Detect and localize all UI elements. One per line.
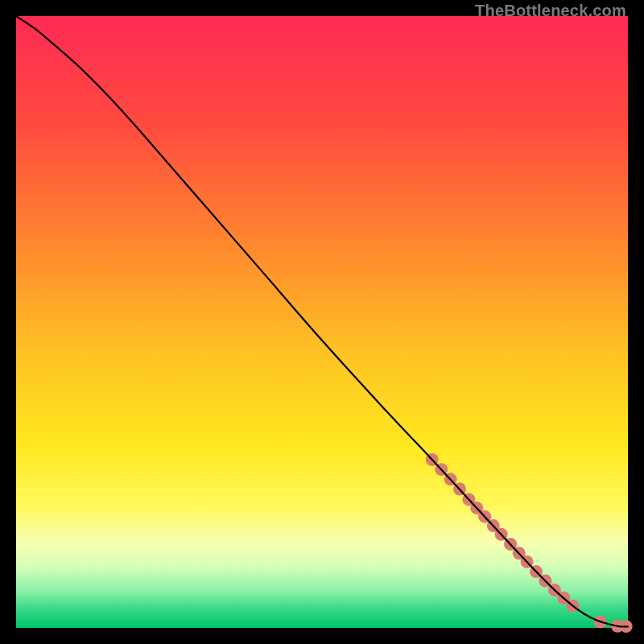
watermark-label: TheBottleneck.com xyxy=(475,2,626,20)
plot-area xyxy=(16,16,628,628)
curve-layer xyxy=(16,16,628,628)
bottleneck-curve xyxy=(16,16,628,626)
chart-container: TheBottleneck.com xyxy=(0,0,644,644)
highlight-dots xyxy=(426,453,633,633)
